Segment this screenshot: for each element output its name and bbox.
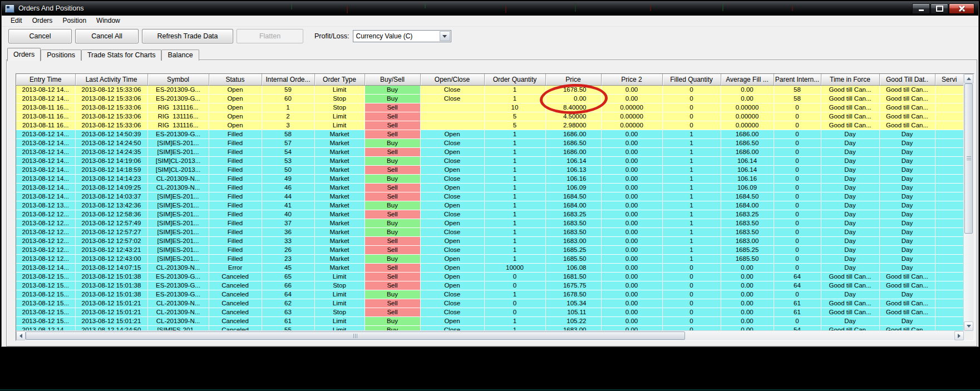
minimize-button[interactable] bbox=[912, 3, 930, 14]
table-row[interactable]: 2013-08-12 12...2013-08-12 12:43:00[SIM]… bbox=[16, 255, 964, 264]
table-row[interactable]: 2013-08-12 14...2013-08-12 14:50:39ES-20… bbox=[16, 130, 964, 139]
column-header[interactable]: Parent Intern... bbox=[774, 74, 821, 86]
table-row[interactable]: 2013-08-12 14...2013-08-12 14:24:50[SIM]… bbox=[16, 139, 964, 148]
column-header[interactable]: Entry Time bbox=[16, 74, 75, 86]
table-cell bbox=[935, 86, 964, 95]
table-row[interactable]: 2013-08-12 14...2013-08-12 14:09:25CL-20… bbox=[16, 184, 964, 192]
title-bar[interactable]: Orders And Positions bbox=[2, 2, 978, 16]
column-header[interactable]: Good Till Dat.. bbox=[879, 74, 935, 86]
table-cell: Market bbox=[314, 130, 365, 139]
table-cell: Open bbox=[420, 201, 484, 210]
table-cell: Day bbox=[879, 255, 935, 264]
table-row[interactable]: 2013-08-12 12...2013-08-12 12:57:49[SIM]… bbox=[16, 219, 964, 228]
menu-edit[interactable]: Edit bbox=[6, 16, 27, 26]
menu-window[interactable]: Window bbox=[91, 16, 125, 26]
table-cell: Open bbox=[209, 86, 262, 95]
column-header[interactable]: Open/Close bbox=[420, 74, 484, 86]
table-row[interactable]: 2013-08-12 14...2013-08-12 14:14:23CL-20… bbox=[16, 175, 964, 184]
table-cell: 1 bbox=[484, 201, 545, 210]
table-row[interactable]: 2013-08-12 15...2013-08-12 15:01:21CL-20… bbox=[16, 299, 964, 308]
column-header[interactable]: Price 2 bbox=[601, 74, 662, 86]
cancel-button[interactable]: Cancel bbox=[8, 29, 72, 43]
vertical-scrollbar[interactable] bbox=[963, 74, 974, 331]
table-cell: 0 bbox=[774, 157, 821, 166]
buy-sell-cell: Buy bbox=[365, 255, 420, 264]
table-row[interactable]: 2013-08-12 13...2013-08-12 13:42:36[SIM]… bbox=[16, 201, 964, 210]
table-row[interactable]: 2013-08-12 12...2013-08-12 12:43:21[SIM]… bbox=[16, 246, 964, 255]
table-row[interactable]: 2013-08-12 14...2013-08-12 15:33:06ES-20… bbox=[16, 95, 964, 103]
menu-orders[interactable]: Orders bbox=[27, 16, 58, 26]
scroll-down-button[interactable] bbox=[964, 321, 973, 331]
column-header[interactable]: Filled Quantity bbox=[662, 74, 721, 86]
table-cell: 0 bbox=[774, 148, 821, 157]
horizontal-scrollbar[interactable] bbox=[16, 330, 964, 340]
table-cell: Filled bbox=[209, 130, 262, 139]
tab-balance[interactable]: Balance bbox=[161, 50, 199, 61]
column-header[interactable]: Buy/Sell bbox=[365, 74, 420, 86]
profit-loss-dropdown[interactable]: Currency Value (C) bbox=[353, 30, 451, 42]
column-header[interactable]: Average Fill ... bbox=[721, 74, 774, 86]
table-cell: 0.00 bbox=[721, 264, 774, 273]
column-header[interactable]: Time in Force bbox=[821, 74, 879, 86]
column-header[interactable]: Price bbox=[545, 74, 601, 86]
table-row[interactable]: 2013-08-12 14...2013-08-12 14:03:37[SIM]… bbox=[16, 192, 964, 201]
table-row[interactable]: 2013-08-12 12...2013-08-12 12:57:27[SIM]… bbox=[16, 228, 964, 237]
menu-position[interactable]: Position bbox=[57, 16, 91, 26]
table-row[interactable]: 2013-08-12 15...2013-08-12 15:01:38ES-20… bbox=[16, 281, 964, 290]
table-cell: 1 bbox=[662, 130, 721, 139]
table-cell: 64 bbox=[262, 290, 314, 299]
refresh-trade-data-button[interactable]: Refresh Trade Data bbox=[142, 29, 233, 43]
table-row[interactable]: 2013-08-12 14...2013-08-12 15:33:06ES-20… bbox=[16, 86, 964, 95]
table-row[interactable]: 2013-08-12 15...2013-08-12 15:01:21CL-20… bbox=[16, 317, 964, 326]
table-cell bbox=[935, 246, 964, 255]
buy-sell-cell: Sell bbox=[365, 130, 420, 139]
table-row[interactable]: 2013-08-12 15...2013-08-12 15:01:38ES-20… bbox=[16, 273, 964, 281]
table-cell: 1686.00 bbox=[721, 148, 774, 157]
table-row[interactable]: 2013-08-11 16...2013-08-12 15:33:06RIG 1… bbox=[16, 121, 964, 130]
table-cell: [SIM]ES-201... bbox=[147, 210, 209, 219]
column-header[interactable]: Status bbox=[209, 74, 262, 86]
table-row[interactable]: 2013-08-11 16...2013-08-12 15:33:06RIG 1… bbox=[16, 103, 964, 112]
table-cell: 106.16 bbox=[545, 175, 601, 184]
column-header[interactable]: Order Type bbox=[314, 74, 365, 86]
column-header[interactable]: Internal Orde... bbox=[262, 74, 314, 86]
table-cell: 0.00 bbox=[601, 219, 662, 228]
table-cell: 1 bbox=[662, 184, 721, 192]
dropdown-arrow-button[interactable] bbox=[440, 31, 450, 41]
horizontal-scroll-thumb[interactable] bbox=[26, 331, 685, 340]
vertical-scroll-thumb[interactable] bbox=[964, 83, 973, 234]
column-header[interactable]: Last Activity Time bbox=[75, 74, 147, 86]
table-row[interactable]: 2013-08-12 12...2013-08-12 12:57:02[SIM]… bbox=[16, 237, 964, 246]
column-header[interactable]: Symbol bbox=[147, 74, 209, 86]
cancel-all-button[interactable]: Cancel All bbox=[75, 29, 139, 43]
table-row[interactable]: 2013-08-12 14...2013-08-12 14:07:15CL-20… bbox=[16, 264, 964, 273]
table-cell bbox=[935, 148, 964, 157]
table-cell: 64 bbox=[774, 273, 821, 281]
close-button[interactable] bbox=[949, 3, 974, 14]
table-row[interactable]: 2013-08-12 15...2013-08-12 15:01:21CL-20… bbox=[16, 308, 964, 317]
scroll-left-button[interactable] bbox=[16, 331, 26, 340]
table-cell: Limit bbox=[314, 86, 365, 95]
table-row[interactable]: 2013-08-12 14...2013-08-12 14:19:06[SIM]… bbox=[16, 157, 964, 166]
scroll-up-button[interactable] bbox=[964, 74, 973, 83]
table-row[interactable]: 2013-08-12 12...2013-08-12 12:58:36[SIM]… bbox=[16, 210, 964, 219]
table-row[interactable]: 2013-08-11 16...2013-08-12 15:33:06RIG 1… bbox=[16, 112, 964, 121]
table-cell: Day bbox=[821, 166, 879, 175]
table-cell: 0 bbox=[774, 255, 821, 264]
table-cell: Error bbox=[209, 264, 262, 273]
table-row[interactable]: 2013-08-12 14...2013-08-12 14:24:35[SIM]… bbox=[16, 148, 964, 157]
column-header[interactable]: Servi bbox=[935, 74, 964, 86]
tab-orders[interactable]: Orders bbox=[7, 48, 41, 61]
table-row[interactable]: 2013-08-12 14...2013-08-12 14:18:59[SIM]… bbox=[16, 166, 964, 175]
buy-sell-cell: Buy bbox=[365, 317, 420, 326]
table-cell: Open bbox=[209, 121, 262, 130]
maximize-button[interactable] bbox=[930, 3, 948, 14]
tab-positions[interactable]: Positions bbox=[41, 50, 81, 61]
table-cell: [SIM]ES-201... bbox=[147, 246, 209, 255]
tab-trade-stats-for-charts[interactable]: Trade Stats for Charts bbox=[81, 50, 162, 61]
table-cell: 2013-08-12 14... bbox=[16, 139, 75, 148]
column-header[interactable]: Order Quantity bbox=[484, 74, 545, 86]
table-row[interactable]: 2013-08-12 15...2013-08-12 15:01:38ES-20… bbox=[16, 290, 964, 299]
scroll-right-button[interactable] bbox=[954, 331, 964, 340]
table-cell: 0.00 bbox=[601, 299, 662, 308]
